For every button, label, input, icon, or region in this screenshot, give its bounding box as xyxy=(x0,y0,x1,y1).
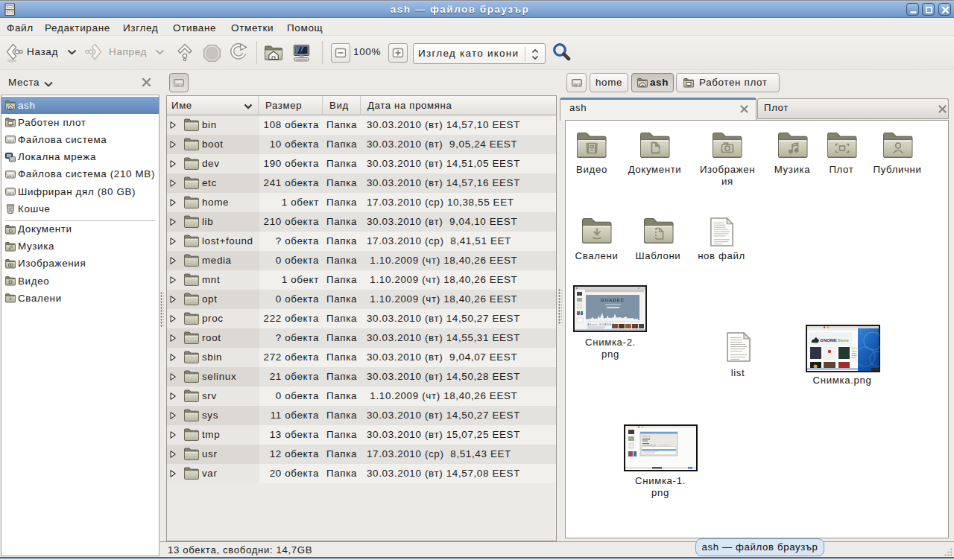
svg-text:GNOME: GNOME xyxy=(820,338,837,343)
svg-text:Store: Store xyxy=(838,338,850,343)
svg-text:GUADEC: GUADEC xyxy=(601,298,625,302)
svg-text:About GUADEC: About GUADEC xyxy=(587,322,614,326)
